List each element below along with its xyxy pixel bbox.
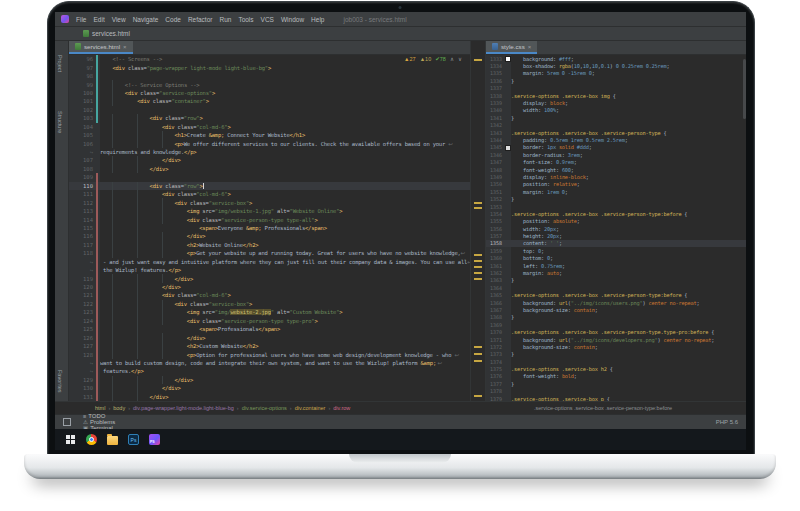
chevron-down-icon[interactable]: ∨	[458, 56, 462, 62]
code-line[interactable]: 1372background-size: contain;	[486, 343, 746, 350]
code-line[interactable]: 122<div class="service-box">	[69, 300, 470, 308]
code-line[interactable]: 100<div class="service-options">	[69, 89, 470, 97]
menu-view[interactable]: View	[112, 16, 126, 23]
menu-run[interactable]: Run	[219, 16, 231, 23]
photoshop-icon[interactable]: Ps	[128, 434, 139, 445]
code-line[interactable]: 1350position: relative;	[486, 181, 746, 188]
editor-css[interactable]: 1333background: #fff;1334box-shadow: rgb…	[486, 55, 746, 401]
php-version-badge[interactable]: PHP 5.6	[716, 419, 738, 425]
code-line[interactable]: 113<img src="img/website-1.jpg" alt="Web…	[69, 207, 470, 215]
code-line[interactable]: 101<div class="container">	[69, 97, 470, 105]
code-line[interactable]: 1362margin: auto;	[486, 269, 746, 276]
code-line[interactable]: ↪the Wizlup! features.</p>	[69, 266, 470, 274]
code-line[interactable]: 1377}	[486, 380, 746, 387]
code-line[interactable]: 1367background-size: contain;	[486, 306, 746, 313]
code-line[interactable]: 1348font-weight: 600;	[486, 166, 746, 173]
code-line[interactable]: 1339display: block;	[486, 99, 746, 106]
code-line[interactable]: 1349display: inline-block;	[486, 173, 746, 180]
code-line[interactable]: 1373}	[486, 351, 746, 358]
code-line[interactable]: 121<div class="col-md-6">	[69, 291, 470, 299]
code-line[interactable]: 102	[69, 106, 470, 114]
warning-stripe-mark[interactable]	[474, 360, 482, 362]
warning-stripe-mark[interactable]	[474, 59, 482, 61]
code-line[interactable]: 1342	[486, 122, 746, 129]
code-line[interactable]: 1370.service-options .service-box .servi…	[486, 328, 746, 335]
menu-vcs[interactable]: VCS	[261, 16, 274, 23]
code-line[interactable]: 1354.service-options .service-box .servi…	[486, 210, 746, 217]
close-tab-icon[interactable]: ×	[123, 44, 127, 50]
breadcrumb-item[interactable]: body	[113, 405, 125, 411]
code-line[interactable]: 1352}	[486, 195, 746, 202]
code-line[interactable]: 129</div>	[69, 376, 470, 384]
inspection-widget[interactable]: ▲27 ▲10 ✔78 ∧ ∨	[402, 56, 464, 62]
menu-help[interactable]: Help	[311, 16, 324, 23]
code-line[interactable]: 103<div class="row">	[69, 114, 470, 122]
code-line[interactable]: 126</div>	[69, 333, 470, 341]
code-line[interactable]: 128<p>Option for professional users who …	[69, 350, 470, 358]
tool-window-favorites[interactable]: Favorites	[57, 370, 63, 393]
code-line[interactable]: 127<h2>Custom Website</h2>	[69, 342, 470, 350]
breadcrumb-item[interactable]: div.page-wrapper.light-mode.light-blue-b…	[133, 405, 234, 411]
code-line[interactable]: 1338.service-options .service-box img {	[486, 92, 746, 99]
code-line[interactable]: 1375.service-options .service-box h2 {	[486, 365, 746, 372]
code-line[interactable]: 1366background: url("../img/icons/users.…	[486, 299, 746, 306]
code-line[interactable]: 98	[69, 72, 470, 80]
code-line[interactable]: 1359top: 0;	[486, 247, 746, 254]
code-line[interactable]: 1357height: 20px;	[486, 232, 746, 239]
breadcrumb-item[interactable]: div.service-options	[242, 405, 287, 411]
code-line[interactable]: 119</div>	[69, 274, 470, 282]
code-line[interactable]: 1341}	[486, 114, 746, 121]
code-line[interactable]: ↪ - and just want easy and intuitive pla…	[69, 258, 470, 266]
menu-window[interactable]: Window	[281, 16, 304, 23]
tool-window-toggle-icon[interactable]	[63, 418, 71, 426]
code-line[interactable]: 115<span>Everyone &amp; Professionals</s…	[69, 224, 470, 232]
menu-file[interactable]: File	[76, 16, 86, 23]
code-line[interactable]: 111<div class="col-md-6">	[69, 190, 470, 198]
code-line[interactable]: 125<span>Professionals</span>	[69, 325, 470, 333]
close-tab-icon[interactable]: ×	[528, 44, 532, 50]
warning-stripe-mark[interactable]	[474, 266, 482, 268]
code-line[interactable]: 1355position: absolute;	[486, 218, 746, 225]
tab-services-html[interactable]: services.html ×	[69, 41, 133, 54]
code-line[interactable]: 131</div>	[69, 393, 470, 401]
menu-code[interactable]: Code	[165, 16, 181, 23]
tool-window-project[interactable]: Project	[57, 55, 63, 72]
code-line[interactable]: ↪want to build custom design, code and i…	[69, 359, 470, 367]
menu-edit[interactable]: Edit	[93, 16, 104, 23]
code-line[interactable]: 1333background: #fff;	[486, 55, 746, 62]
code-line[interactable]: 104<div class="col-md-6">	[69, 123, 470, 131]
code-line[interactable]: 108</div>	[69, 165, 470, 173]
warning-stripe-mark[interactable]	[474, 207, 482, 209]
warning-stripe-mark[interactable]	[474, 278, 482, 280]
warning-stripe-mark[interactable]	[474, 395, 482, 397]
code-line[interactable]: 120</div>	[69, 283, 470, 291]
code-line[interactable]: 1361left: 0.75rem;	[486, 262, 746, 269]
warning-stripe-mark[interactable]	[474, 353, 482, 355]
color-swatch-icon[interactable]	[505, 145, 511, 151]
chrome-icon[interactable]	[86, 434, 97, 445]
file-explorer-icon[interactable]	[107, 436, 118, 445]
code-line[interactable]: 1346border-radius: 3rem;	[486, 151, 746, 158]
menu-navigate[interactable]: Navigate	[133, 16, 159, 23]
code-line[interactable]: 1379.service-options .service-box p {	[486, 395, 746, 401]
warning-stripe-mark[interactable]	[474, 346, 482, 348]
code-line[interactable]: 118<p>Get your website up and running to…	[69, 249, 470, 257]
code-line[interactable]: ↪requirements and knowledge.</p>	[69, 148, 470, 156]
code-line[interactable]: 1335margin: 5rem 0 -15rem 0;	[486, 70, 746, 77]
code-line[interactable]: 117<h2>Website Online</h2>	[69, 241, 470, 249]
code-line[interactable]: 1340width: 100%;	[486, 107, 746, 114]
code-line[interactable]: 1347font-size: 0.9rem;	[486, 158, 746, 165]
code-line[interactable]: 1337	[486, 85, 746, 92]
code-line[interactable]: 1371background: url("../img/icons/develo…	[486, 336, 746, 343]
warning-stripe-mark[interactable]	[474, 260, 482, 262]
code-line[interactable]: 110<div class="row">	[69, 182, 470, 190]
code-line[interactable]: 99<!-- Service Options -->	[69, 80, 470, 88]
menu-refactor[interactable]: Refactor	[188, 16, 213, 23]
breadcrumb-css[interactable]: .service-options .service-box .service-p…	[510, 405, 746, 411]
editor-html[interactable]: ▲27 ▲10 ✔78 ∧ ∨ 96<!-- Screens -->97<div…	[69, 55, 470, 401]
code-line[interactable]: 130</div>	[69, 384, 470, 392]
code-line[interactable]: 1368}	[486, 314, 746, 321]
code-line[interactable]: 123<img src="img/website-2.jpg" alt="Cus…	[69, 308, 470, 316]
phpstorm-icon[interactable]: PS	[149, 434, 160, 445]
warning-stripe-mark[interactable]	[474, 202, 482, 204]
